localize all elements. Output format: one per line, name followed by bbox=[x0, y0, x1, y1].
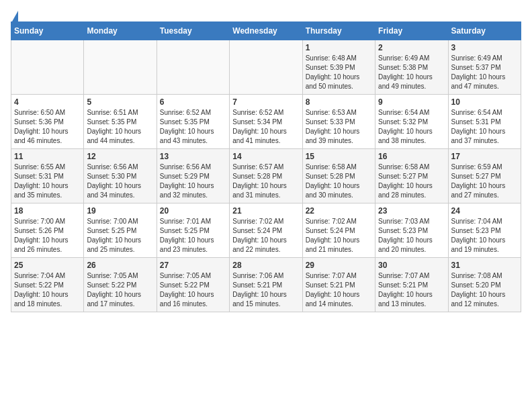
header-wednesday: Wednesday bbox=[230, 22, 302, 40]
day-number: 6 bbox=[160, 97, 226, 107]
day-info: Sunrise: 6:54 AM Sunset: 5:31 PM Dayligh… bbox=[451, 108, 518, 146]
calendar-cell: 5Sunrise: 6:51 AM Sunset: 5:35 PM Daylig… bbox=[84, 95, 157, 149]
day-info: Sunrise: 7:05 AM Sunset: 5:22 PM Dayligh… bbox=[87, 271, 153, 309]
day-info: Sunrise: 6:56 AM Sunset: 5:30 PM Dayligh… bbox=[87, 163, 153, 200]
day-number: 25 bbox=[14, 261, 81, 270]
logo bbox=[11, 11, 18, 19]
day-info: Sunrise: 6:52 AM Sunset: 5:34 PM Dayligh… bbox=[232, 108, 299, 146]
day-info: Sunrise: 6:53 AM Sunset: 5:33 PM Dayligh… bbox=[306, 108, 372, 146]
day-info: Sunrise: 6:58 AM Sunset: 5:27 PM Dayligh… bbox=[378, 163, 445, 200]
day-info: Sunrise: 6:48 AM Sunset: 5:39 PM Dayligh… bbox=[306, 54, 372, 91]
calendar-cell: 14Sunrise: 6:57 AM Sunset: 5:28 PM Dayli… bbox=[230, 149, 302, 203]
calendar-cell: 24Sunrise: 7:04 AM Sunset: 5:23 PM Dayli… bbox=[448, 203, 521, 258]
calendar-cell: 8Sunrise: 6:53 AM Sunset: 5:33 PM Daylig… bbox=[302, 95, 375, 149]
day-info: Sunrise: 6:55 AM Sunset: 5:31 PM Dayligh… bbox=[14, 163, 81, 200]
day-info: Sunrise: 6:59 AM Sunset: 5:27 PM Dayligh… bbox=[451, 163, 518, 200]
header-saturday: Saturday bbox=[448, 22, 521, 40]
day-info: Sunrise: 6:51 AM Sunset: 5:35 PM Dayligh… bbox=[87, 108, 153, 146]
day-number: 21 bbox=[232, 206, 299, 216]
calendar-week-5: 25Sunrise: 7:04 AM Sunset: 5:22 PM Dayli… bbox=[11, 258, 521, 312]
calendar-cell: 28Sunrise: 7:06 AM Sunset: 5:21 PM Dayli… bbox=[230, 258, 302, 312]
day-number: 12 bbox=[87, 152, 153, 161]
day-info: Sunrise: 7:07 AM Sunset: 5:21 PM Dayligh… bbox=[378, 271, 445, 309]
calendar-cell: 27Sunrise: 7:05 AM Sunset: 5:22 PM Dayli… bbox=[157, 258, 229, 312]
day-number: 30 bbox=[378, 261, 445, 270]
calendar-cell: 7Sunrise: 6:52 AM Sunset: 5:34 PM Daylig… bbox=[230, 95, 302, 149]
header-tuesday: Tuesday bbox=[157, 22, 229, 40]
day-number: 28 bbox=[232, 261, 299, 270]
calendar-cell: 17Sunrise: 6:59 AM Sunset: 5:27 PM Dayli… bbox=[448, 149, 521, 203]
day-info: Sunrise: 7:06 AM Sunset: 5:21 PM Dayligh… bbox=[232, 271, 299, 309]
day-info: Sunrise: 6:49 AM Sunset: 5:38 PM Dayligh… bbox=[378, 54, 445, 91]
calendar-cell: 21Sunrise: 7:02 AM Sunset: 5:24 PM Dayli… bbox=[230, 203, 302, 258]
calendar-cell: 2Sunrise: 6:49 AM Sunset: 5:38 PM Daylig… bbox=[375, 40, 448, 95]
calendar-cell: 16Sunrise: 6:58 AM Sunset: 5:27 PM Dayli… bbox=[375, 149, 448, 203]
day-info: Sunrise: 6:57 AM Sunset: 5:28 PM Dayligh… bbox=[232, 163, 299, 200]
day-number: 15 bbox=[306, 152, 372, 161]
day-number: 2 bbox=[378, 43, 445, 52]
day-number: 3 bbox=[451, 43, 518, 52]
day-number: 19 bbox=[87, 206, 153, 216]
day-number: 24 bbox=[451, 206, 518, 216]
calendar-cell: 31Sunrise: 7:08 AM Sunset: 5:20 PM Dayli… bbox=[448, 258, 521, 312]
day-number: 16 bbox=[378, 152, 445, 161]
calendar-cell: 10Sunrise: 6:54 AM Sunset: 5:31 PM Dayli… bbox=[448, 95, 521, 149]
day-number: 8 bbox=[306, 97, 372, 107]
day-number: 10 bbox=[451, 97, 518, 107]
logo-triangle-icon bbox=[12, 11, 18, 21]
day-number: 20 bbox=[160, 206, 226, 216]
calendar-cell bbox=[84, 40, 157, 95]
day-number: 29 bbox=[306, 261, 372, 270]
day-info: Sunrise: 6:50 AM Sunset: 5:36 PM Dayligh… bbox=[14, 108, 81, 146]
day-number: 14 bbox=[232, 152, 299, 161]
day-info: Sunrise: 7:02 AM Sunset: 5:24 PM Dayligh… bbox=[306, 217, 372, 255]
calendar-cell bbox=[157, 40, 229, 95]
calendar-week-4: 18Sunrise: 7:00 AM Sunset: 5:26 PM Dayli… bbox=[11, 203, 521, 258]
calendar-cell: 13Sunrise: 6:56 AM Sunset: 5:29 PM Dayli… bbox=[157, 149, 229, 203]
day-number: 13 bbox=[160, 152, 226, 161]
calendar-week-2: 4Sunrise: 6:50 AM Sunset: 5:36 PM Daylig… bbox=[11, 95, 521, 149]
header-friday: Friday bbox=[375, 22, 448, 40]
header-sunday: Sunday bbox=[11, 22, 84, 40]
day-number: 5 bbox=[87, 97, 153, 107]
day-info: Sunrise: 6:52 AM Sunset: 5:35 PM Dayligh… bbox=[160, 108, 226, 146]
header-thursday: Thursday bbox=[302, 22, 375, 40]
calendar-cell: 6Sunrise: 6:52 AM Sunset: 5:35 PM Daylig… bbox=[157, 95, 229, 149]
calendar-cell: 18Sunrise: 7:00 AM Sunset: 5:26 PM Dayli… bbox=[11, 203, 84, 258]
day-number: 7 bbox=[232, 97, 299, 107]
day-info: Sunrise: 7:04 AM Sunset: 5:22 PM Dayligh… bbox=[14, 271, 81, 309]
calendar-table: SundayMondayTuesdayWednesdayThursdayFrid… bbox=[11, 21, 521, 312]
calendar-week-1: 1Sunrise: 6:48 AM Sunset: 5:39 PM Daylig… bbox=[11, 40, 521, 95]
calendar-cell: 3Sunrise: 6:49 AM Sunset: 5:37 PM Daylig… bbox=[448, 40, 521, 95]
day-number: 1 bbox=[306, 43, 372, 52]
day-info: Sunrise: 7:00 AM Sunset: 5:25 PM Dayligh… bbox=[87, 217, 153, 255]
calendar-cell: 26Sunrise: 7:05 AM Sunset: 5:22 PM Dayli… bbox=[84, 258, 157, 312]
day-info: Sunrise: 7:08 AM Sunset: 5:20 PM Dayligh… bbox=[451, 271, 518, 309]
calendar-cell: 30Sunrise: 7:07 AM Sunset: 5:21 PM Dayli… bbox=[375, 258, 448, 312]
page-header bbox=[11, 11, 521, 19]
day-info: Sunrise: 6:54 AM Sunset: 5:32 PM Dayligh… bbox=[378, 108, 445, 146]
day-number: 17 bbox=[451, 152, 518, 161]
calendar-cell bbox=[230, 40, 302, 95]
day-info: Sunrise: 7:00 AM Sunset: 5:26 PM Dayligh… bbox=[14, 217, 81, 255]
calendar-cell: 12Sunrise: 6:56 AM Sunset: 5:30 PM Dayli… bbox=[84, 149, 157, 203]
day-info: Sunrise: 6:56 AM Sunset: 5:29 PM Dayligh… bbox=[160, 163, 226, 200]
calendar-cell: 4Sunrise: 6:50 AM Sunset: 5:36 PM Daylig… bbox=[11, 95, 84, 149]
day-info: Sunrise: 6:49 AM Sunset: 5:37 PM Dayligh… bbox=[451, 54, 518, 91]
calendar-week-3: 11Sunrise: 6:55 AM Sunset: 5:31 PM Dayli… bbox=[11, 149, 521, 203]
calendar-cell: 29Sunrise: 7:07 AM Sunset: 5:21 PM Dayli… bbox=[302, 258, 375, 312]
calendar-cell: 9Sunrise: 6:54 AM Sunset: 5:32 PM Daylig… bbox=[375, 95, 448, 149]
calendar-header-row: SundayMondayTuesdayWednesdayThursdayFrid… bbox=[11, 22, 521, 40]
day-number: 9 bbox=[378, 97, 445, 107]
day-info: Sunrise: 7:01 AM Sunset: 5:25 PM Dayligh… bbox=[160, 217, 226, 255]
calendar-cell bbox=[11, 40, 84, 95]
day-number: 26 bbox=[87, 261, 153, 270]
header-monday: Monday bbox=[84, 22, 157, 40]
day-info: Sunrise: 7:03 AM Sunset: 5:23 PM Dayligh… bbox=[378, 217, 445, 255]
day-number: 31 bbox=[451, 261, 518, 270]
day-number: 23 bbox=[378, 206, 445, 216]
calendar-cell: 22Sunrise: 7:02 AM Sunset: 5:24 PM Dayli… bbox=[302, 203, 375, 258]
calendar-cell: 25Sunrise: 7:04 AM Sunset: 5:22 PM Dayli… bbox=[11, 258, 84, 312]
day-info: Sunrise: 7:02 AM Sunset: 5:24 PM Dayligh… bbox=[232, 217, 299, 255]
day-number: 18 bbox=[14, 206, 81, 216]
